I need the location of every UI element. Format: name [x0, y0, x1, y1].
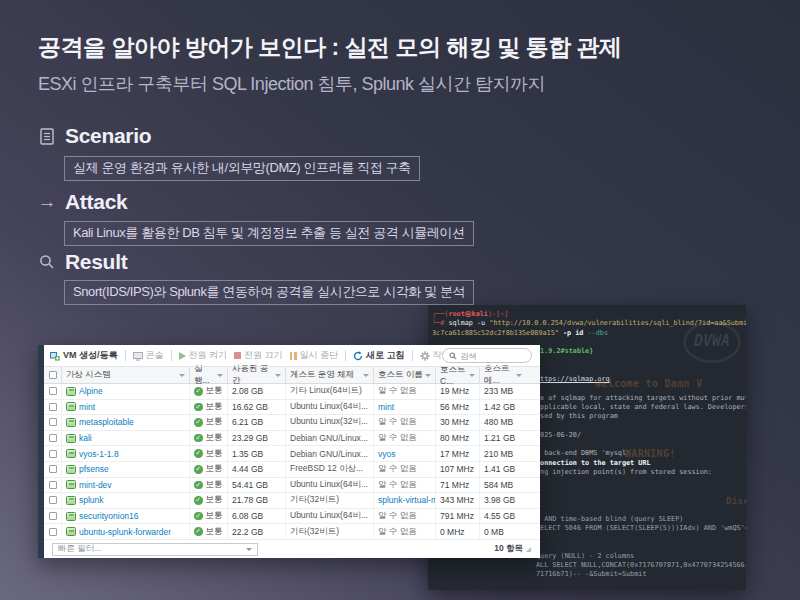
power-on-button[interactable]: 전원 켜기	[179, 349, 228, 362]
section-desc: 실제 운영 환경과 유사한 내/외부망(DMZ) 인프라를 직접 구축	[64, 156, 420, 181]
table-row[interactable]: vyos-1-1.8 보통 1.35 GB Debian GNU/Linux..…	[44, 446, 540, 462]
section-desc: Snort(IDS/IPS)와 Splunk를 연동하여 공격을 실시간으로 시…	[64, 280, 474, 305]
table-row[interactable]: mint 보통 16.62 GB Ubuntu Linux(64비... min…	[44, 400, 540, 416]
dvwa-page-ghost-warning: WARNING!	[625, 449, 676, 458]
vm-name-link[interactable]: splunk	[79, 495, 104, 505]
vm-name-link[interactable]: metasploitable	[79, 417, 134, 427]
arrow-right-icon: →	[38, 193, 56, 211]
chevron-down-icon	[217, 374, 223, 377]
table-row[interactable]: securityonion16 보통 6.08 GB Ubuntu Linux(…	[44, 509, 540, 525]
section-label: Result	[65, 250, 127, 274]
host-cpu: 71 MHz	[436, 478, 480, 493]
row-checkbox[interactable]	[49, 387, 57, 395]
host-mem: 233 MB	[480, 384, 526, 399]
status-ok-icon	[194, 496, 203, 505]
row-checkbox[interactable]	[49, 434, 57, 442]
host-mem: 1.41 GB	[480, 462, 526, 477]
vm-name-link[interactable]: ubuntu-splunk-forwarder	[79, 527, 171, 537]
page-subtitle: ESXi 인프라 구축부터 SQL Injection 침투, Splunk 실…	[38, 72, 545, 96]
vm-icon	[66, 387, 76, 396]
host-name[interactable]: splunk-virtual-mac...	[374, 493, 436, 508]
search-input[interactable]	[460, 351, 520, 361]
column-header-guest-os[interactable]: 게스트 운영 체제	[286, 367, 374, 383]
quick-filter-dropdown[interactable]: 빠른 필터...	[52, 543, 258, 556]
table-row[interactable]: splunk 보통 21.78 GB 기타(32비트) splunk-virtu…	[44, 493, 540, 509]
power-off-button[interactable]: 전원 끄기	[234, 349, 283, 362]
host-mem: 3.98 GB	[480, 493, 526, 508]
table-row[interactable]: ubuntu-splunk-forwarder 보통 22.2 GB 기타(32…	[44, 524, 540, 540]
host-mem: 0 MB	[480, 524, 526, 539]
vm-create-button[interactable]: VM 생성/등록	[50, 349, 118, 362]
guest-os: 기타(32비트)	[286, 524, 374, 539]
vm-icon	[66, 402, 76, 411]
power-off-icon	[234, 352, 241, 359]
row-checkbox[interactable]	[49, 496, 57, 504]
table-row[interactable]: kali 보통 23.29 GB Debian GNU/Linux... 알 수…	[44, 431, 540, 447]
section-label: Scenario	[65, 124, 151, 148]
status-ok-icon	[194, 465, 203, 474]
vm-icon	[66, 496, 76, 505]
row-checkbox[interactable]	[49, 403, 57, 411]
table-row[interactable]: pfsense 보통 4.44 GB FreeBSD 12 이상... 알 수 …	[44, 462, 540, 478]
esxi-vm-panel-screenshot: VM 생성/등록 콘솔 전원 켜기 전원 끄기	[38, 345, 540, 558]
item-count: 10 항목	[494, 543, 531, 555]
vm-name-link[interactable]: kali	[79, 433, 92, 443]
vm-icon	[66, 465, 76, 474]
section-desc: Kali Linux를 활용한 DB 침투 및 계정정보 추출 등 실전 공격 …	[64, 221, 474, 246]
vm-name-link[interactable]: securityonion16	[79, 511, 139, 521]
guest-os: Debian GNU/Linux...	[286, 431, 374, 446]
console-button[interactable]: 콘솔	[133, 349, 164, 362]
dvwa-page-ghost-disclaimer: Disclaimer	[726, 497, 746, 506]
vm-name-link[interactable]: mint-dev	[79, 480, 112, 490]
select-all-checkbox[interactable]	[49, 371, 57, 379]
column-header-hostname[interactable]: 호스트 이름	[374, 367, 436, 383]
row-checkbox[interactable]	[49, 450, 57, 458]
suspend-button[interactable]: 일시 중단	[290, 349, 339, 362]
refresh-button[interactable]: 새로 고침	[353, 349, 405, 362]
vm-name-link[interactable]: vyos-1-1.8	[79, 449, 119, 459]
chevron-down-icon	[275, 374, 281, 377]
chevron-down-icon	[179, 374, 185, 377]
host-mem: 480 MB	[480, 415, 526, 430]
gear-icon	[420, 351, 430, 361]
column-header-space[interactable]: 사용된 공간	[228, 367, 286, 383]
terminal-line-prompt: ┌──(root㉿kali)-[~]	[428, 310, 746, 319]
resize-handle-icon[interactable]	[526, 547, 531, 552]
status-ok-icon	[194, 403, 203, 412]
column-header-status[interactable]: 실행...	[190, 367, 228, 383]
row-checkbox[interactable]	[49, 528, 57, 536]
host-mem: 210 MB	[480, 446, 526, 461]
chevron-down-icon	[363, 374, 369, 377]
vm-icon	[66, 480, 76, 489]
vm-name-link[interactable]: mint	[79, 402, 95, 412]
host-name[interactable]: mint	[374, 400, 436, 415]
search-icon	[38, 253, 56, 271]
host-cpu: 19 MHz	[436, 384, 480, 399]
refresh-icon	[353, 351, 363, 361]
chevron-down-icon	[469, 374, 475, 377]
chevron-down-icon	[516, 374, 522, 377]
vm-name-link[interactable]: pfsense	[79, 464, 109, 474]
row-checkbox[interactable]	[49, 418, 57, 426]
guest-os: Ubuntu Linux(64비...	[286, 400, 374, 415]
host-name[interactable]: vyos	[374, 446, 436, 461]
search-box[interactable]	[442, 348, 532, 363]
console-icon	[133, 351, 143, 361]
column-header-host-cpu[interactable]: 호스트 C...	[436, 367, 480, 383]
vm-create-icon	[50, 351, 60, 361]
column-header-vm[interactable]: 가상 시스템	[62, 367, 190, 383]
guest-os: Ubuntu Linux(64비...	[286, 509, 374, 524]
table-row[interactable]: metasploitable 보통 6.21 GB Ubuntu Linux(3…	[44, 415, 540, 431]
host-cpu: 17 MHz	[436, 446, 480, 461]
table-row[interactable]: Alpine 보통 2.08 GB 기타 Linux(64비트) 알 수 없음 …	[44, 384, 540, 400]
row-checkbox[interactable]	[49, 465, 57, 473]
row-checkbox[interactable]	[49, 512, 57, 520]
host-name: 알 수 없음	[374, 509, 436, 524]
column-header-host-mem[interactable]: 호스트 메...	[480, 367, 526, 383]
vm-icon	[66, 512, 76, 521]
vm-name-link[interactable]: Alpine	[79, 386, 103, 396]
used-space: 4.44 GB	[228, 462, 286, 477]
table-row[interactable]: mint-dev 보통 54.41 GB Ubuntu Linux(64비...…	[44, 478, 540, 494]
vm-icon	[66, 449, 76, 458]
row-checkbox[interactable]	[49, 481, 57, 489]
